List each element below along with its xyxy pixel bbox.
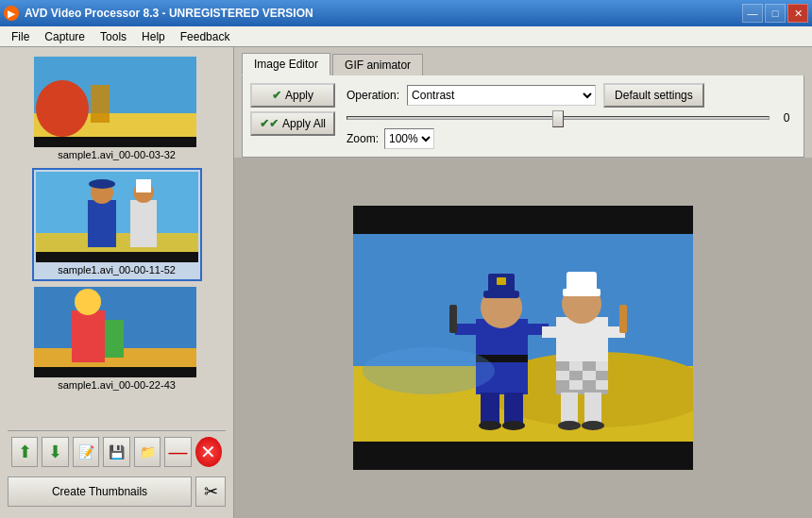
svg-rect-41: [569, 371, 583, 380]
apply-buttons-group: ✔ Apply ✔✔ Apply All: [250, 83, 335, 136]
thumbnail-label-2: sample1.avi_00-00-11-52: [36, 262, 198, 277]
check-icon: ✔: [272, 89, 281, 102]
svg-rect-18: [105, 320, 124, 358]
svg-rect-16: [72, 310, 105, 362]
edit-button[interactable]: 📝: [73, 437, 99, 467]
zoom-row: Zoom: 50% 75% 100% 125% 150% 200%: [347, 128, 796, 149]
svg-rect-53: [542, 326, 556, 338]
svg-rect-7: [88, 200, 116, 247]
svg-rect-33: [481, 393, 499, 426]
move-down-button[interactable]: ⬇: [42, 437, 68, 467]
menu-bar: File Capture Tools Help Feedback: [0, 26, 812, 47]
menu-capture[interactable]: Capture: [37, 28, 93, 45]
svg-point-57: [582, 421, 604, 430]
tab-gif-animator[interactable]: GIF animator: [332, 54, 423, 75]
thumbnail-item-selected[interactable]: sample1.avi_00-00-11-52: [32, 168, 202, 281]
slider-row: 0: [347, 111, 796, 125]
svg-rect-55: [584, 393, 601, 426]
menu-tools[interactable]: Tools: [93, 28, 134, 45]
svg-rect-13: [36, 252, 198, 262]
right-panel: Image Editor GIF animator ✔ Apply ✔✔ App…: [234, 47, 812, 518]
slider-thumb[interactable]: [552, 110, 564, 127]
svg-point-35: [479, 421, 501, 430]
svg-rect-19: [34, 367, 196, 377]
thumbnail-label-3: sample1.avi_00-00-22-43: [34, 377, 200, 393]
svg-point-56: [558, 421, 581, 430]
bottom-toolbar: ⬆ ⬇ 📝 💾 📁 — ✕: [8, 430, 226, 473]
minimize-button[interactable]: —: [742, 4, 763, 23]
thumbnail-item-3[interactable]: sample1.avi_00-00-22-43: [32, 285, 202, 394]
double-check-icon: ✔✔: [260, 117, 279, 130]
svg-rect-30: [455, 324, 476, 335]
svg-rect-29: [497, 277, 506, 285]
window-title: AVD Video Processor 8.3 - UNREGISTERED V…: [25, 7, 313, 20]
zoom-select[interactable]: 50% 75% 100% 125% 150% 200%: [384, 128, 434, 149]
svg-rect-44: [556, 380, 569, 394]
move-up-button[interactable]: ⬆: [11, 437, 38, 467]
svg-rect-54: [561, 393, 578, 426]
svg-rect-20: [353, 206, 693, 234]
left-panel: sample1.avi_00-00-03-32: [0, 47, 234, 518]
svg-rect-46: [583, 380, 596, 394]
svg-rect-42: [583, 361, 596, 371]
thumbnail-image-1: [34, 57, 196, 147]
svg-rect-12: [136, 179, 151, 192]
image-display-area: [234, 158, 812, 518]
svg-rect-4: [34, 137, 196, 147]
tab-content: ✔ Apply ✔✔ Apply All Operation: Contrast: [242, 75, 804, 158]
operation-row: Operation: Contrast Brightness Saturatio…: [347, 83, 796, 108]
right-controls: Operation: Contrast Brightness Saturatio…: [347, 83, 796, 149]
default-settings-button[interactable]: Default settings: [603, 83, 704, 108]
svg-rect-34: [504, 393, 523, 426]
svg-rect-32: [449, 305, 457, 333]
maximize-button[interactable]: □: [765, 4, 786, 23]
main-image-svg: [353, 206, 693, 470]
apply-all-button[interactable]: ✔✔ Apply All: [250, 111, 335, 136]
svg-rect-40: [556, 361, 569, 371]
svg-point-17: [75, 289, 101, 315]
svg-rect-50: [563, 289, 601, 296]
thumbnail-item[interactable]: sample1.avi_00-00-03-32: [32, 55, 202, 164]
remove-button[interactable]: —: [164, 437, 191, 467]
create-thumbnails-button[interactable]: Create Thumbnails: [8, 476, 192, 507]
image-frame: [353, 206, 693, 470]
folder-button[interactable]: 📁: [134, 437, 161, 467]
main-content: sample1.avi_00-00-03-32: [0, 47, 812, 518]
svg-rect-52: [619, 305, 627, 333]
svg-point-2: [36, 80, 89, 137]
svg-point-58: [363, 347, 495, 394]
svg-point-36: [502, 421, 525, 430]
slider-track[interactable]: [347, 116, 770, 120]
zoom-label: Zoom:: [347, 132, 379, 145]
menu-feedback[interactable]: Feedback: [173, 28, 238, 45]
svg-rect-10: [130, 200, 157, 247]
thumbnail-label-1: sample1.avi_00-00-03-32: [34, 147, 200, 162]
apply-button[interactable]: ✔ Apply: [250, 83, 335, 108]
close-button[interactable]: ✕: [787, 4, 808, 23]
thumbnail-list: sample1.avi_00-00-03-32: [8, 55, 226, 426]
scissors-button[interactable]: ✂: [195, 476, 226, 507]
tab-bar: Image Editor GIF animator: [234, 47, 812, 75]
operation-select[interactable]: Contrast Brightness Saturation Hue Sharp…: [407, 85, 596, 106]
thumbnail-image-3: [34, 287, 196, 377]
svg-rect-43: [596, 371, 608, 380]
menu-file[interactable]: File: [4, 28, 37, 45]
thumbnail-image-2: [36, 172, 198, 262]
delete-button[interactable]: ✕: [195, 437, 222, 467]
slider-value: 0: [777, 111, 796, 125]
operation-label: Operation:: [347, 89, 399, 102]
svg-rect-3: [91, 85, 110, 123]
menu-help[interactable]: Help: [134, 28, 173, 45]
title-bar: ▶ AVD Video Processor 8.3 - UNREGISTERED…: [0, 0, 812, 26]
tab-image-editor[interactable]: Image Editor: [242, 53, 330, 75]
window-controls: — □ ✕: [742, 4, 808, 23]
svg-point-9: [89, 179, 115, 189]
save-button[interactable]: 💾: [103, 437, 129, 467]
svg-rect-5: [36, 172, 198, 233]
svg-rect-21: [353, 442, 693, 470]
app-icon: ▶: [4, 6, 19, 21]
